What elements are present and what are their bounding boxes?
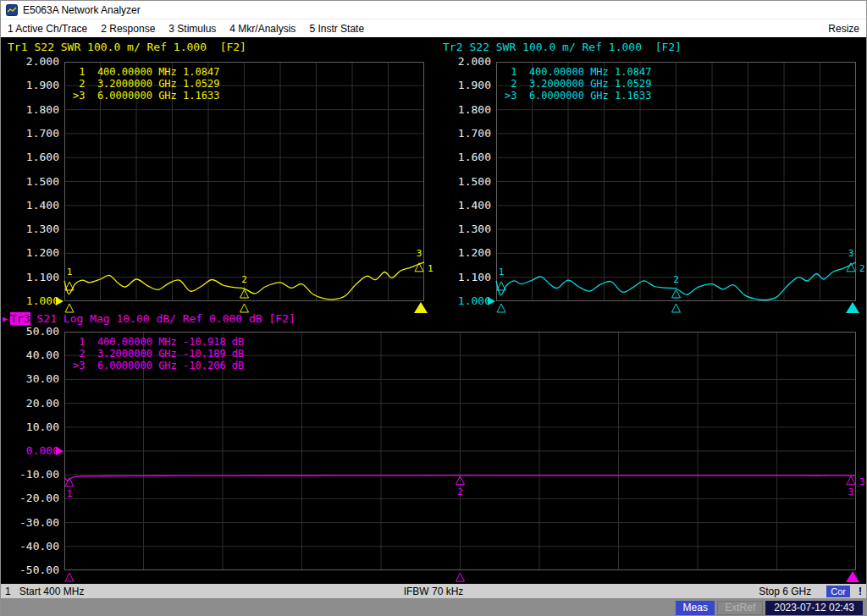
menu-bar: 1 Active Ch/Trace 2 Response 3 Stimulus … <box>1 19 866 37</box>
y-axis-label: 1.300 <box>1 223 59 236</box>
extref-status-badge: ExtRef <box>717 601 763 615</box>
marker-number: 3 <box>848 487 854 498</box>
meas-status-badge: Meas <box>676 601 715 615</box>
menu-item-stimulus[interactable]: 3 Stimulus <box>168 23 216 35</box>
marker-3[interactable]: 3 <box>415 248 423 272</box>
y-axis-label: 1.400 <box>432 199 491 212</box>
active-marker-stimulus-indicator <box>846 571 859 582</box>
marker-1[interactable]: 1 <box>65 267 74 290</box>
y-axis-label: 1.400 <box>1 199 59 212</box>
y-axis-label: 1.800 <box>1 103 59 117</box>
marker-number: 1 <box>499 267 505 278</box>
active-marker-stimulus-indicator <box>846 302 859 313</box>
marker-stimulus-indicator <box>456 573 465 581</box>
y-axis-label: 1.100 <box>432 271 491 284</box>
marker-3[interactable]: 3 <box>847 248 855 272</box>
marker-readout: 1 400.00000 MHz -10.918 dB 2 3.2000000 G… <box>73 336 244 371</box>
marker-readout: 1 400.00000 MHz 1.0847 2 3.2000000 GHz 1… <box>505 66 651 102</box>
y-axis-label: 1.600 <box>1 151 59 164</box>
trace3-name[interactable]: Tr3 <box>10 312 30 325</box>
y-axis-label: -30.00 <box>1 516 59 530</box>
marker-3[interactable]: 3 <box>847 476 855 498</box>
marker-triangle-icon <box>847 476 855 485</box>
trace2-format: S22 SWR 100.0 m/ Ref 1.000 [F2] <box>469 41 681 53</box>
reference-level-indicator <box>488 297 495 305</box>
menu-item-active-ch-trace[interactable]: 1 Active Ch/Trace <box>8 23 87 35</box>
active-trace-arrow-icon: ▶ <box>3 314 8 323</box>
marker-1[interactable]: 1 <box>65 478 74 499</box>
y-axis-label: -20.00 <box>1 492 59 505</box>
window-title: E5063A Network Analyzer <box>23 4 141 16</box>
marker-number: 3 <box>417 248 422 259</box>
active-marker-stimulus-indicator <box>414 302 428 313</box>
ifbw-value: IFBW 70 kHz <box>404 586 464 597</box>
trace2-title[interactable]: Tr2S22 SWR 100.0 m/ Ref 1.000 [F2] <box>443 41 682 53</box>
y-axis-label: 1.700 <box>432 127 491 140</box>
trace-end-number: 3 <box>859 476 865 487</box>
marker-number: 3 <box>848 248 854 259</box>
marker-number: 2 <box>241 274 247 285</box>
y-axis-label: 1.500 <box>1 175 59 189</box>
marker-number: 1 <box>67 488 73 499</box>
y-axis-label: 1.200 <box>1 246 59 260</box>
y-axis-label: 2.000 <box>432 55 491 69</box>
y-axis-label: 1.900 <box>432 79 491 92</box>
y-axis-label: -50.00 <box>1 564 59 577</box>
title-bar[interactable]: E5063A Network Analyzer <box>1 1 866 19</box>
y-axis-label: 10.00 <box>1 421 59 434</box>
y-axis-label: 1.300 <box>432 223 491 236</box>
y-axis-label: 50.00 <box>1 325 59 338</box>
channel-status-bar: 1 Start 400 MHz IFBW 70 kHz Stop 6 GHz C… <box>1 584 866 598</box>
y-axis-label: -40.00 <box>1 540 59 553</box>
reference-level-indicator <box>56 297 64 305</box>
marker-readout: 1 400.00000 MHz 1.0847 2 3.2000000 GHz 1… <box>73 66 219 102</box>
marker-1[interactable]: 1 <box>497 267 505 290</box>
instrument-screen: Tr1S22 SWR 100.0 m/ Ref 1.000 [F2] Tr2S2… <box>1 37 866 584</box>
marker-stimulus-indicator <box>65 573 74 581</box>
y-axis-label: 1.000 <box>1 294 59 308</box>
warning-indicator: ! <box>859 586 862 597</box>
instrument-status-bar: Meas ExtRef 2023-07-12 02:43 <box>1 598 866 616</box>
marker-stimulus-indicator <box>65 304 74 312</box>
y-axis-label: 30.00 <box>1 372 59 386</box>
marker-number: 2 <box>673 274 679 285</box>
y-axis-label: 1.700 <box>1 127 59 140</box>
marker-stimulus-indicator <box>672 304 681 312</box>
menu-item-mkr-analysis[interactable]: 4 Mkr/Analysis <box>229 23 295 35</box>
y-axis-label: 1.800 <box>432 103 491 117</box>
app-icon <box>6 4 18 16</box>
start-frequency: Start 400 MHz <box>19 586 85 597</box>
marker-number: 1 <box>67 267 73 278</box>
stop-frequency: Stop 6 GHz <box>759 586 811 597</box>
y-axis-label: 1.600 <box>432 151 491 164</box>
y-axis-label: 1.900 <box>1 79 59 92</box>
menu-item-response[interactable]: 2 Response <box>101 23 155 35</box>
menu-item-resize[interactable]: Resize <box>828 23 859 35</box>
channel-number: 1 <box>5 586 11 597</box>
trace2-name[interactable]: Tr2 <box>443 41 462 53</box>
marker-number: 2 <box>457 487 463 498</box>
marker-stimulus-indicator <box>497 304 505 312</box>
marker-stimulus-indicator <box>240 304 249 312</box>
y-axis-label: -10.00 <box>1 468 59 481</box>
y-axis-label: 1.500 <box>432 175 491 189</box>
y-axis-label: 1.000 <box>432 294 491 308</box>
y-axis-label: 1.100 <box>1 271 59 284</box>
y-axis-label: 0.000 <box>1 444 59 458</box>
app-window: E5063A Network Analyzer 1 Active Ch/Trac… <box>0 0 867 616</box>
datetime-display: 2023-07-12 02:43 <box>765 601 863 615</box>
trace-end-number: 2 <box>859 263 865 274</box>
trace1-name[interactable]: Tr1 <box>8 41 27 53</box>
y-axis-label: 1.200 <box>432 246 491 260</box>
correction-badge: Cor <box>826 586 850 597</box>
y-axis-label: 20.00 <box>1 397 59 410</box>
menu-item-instr-state[interactable]: 5 Instr State <box>309 23 364 35</box>
reference-level-indicator <box>56 447 64 455</box>
y-axis-label: 2.000 <box>1 55 59 69</box>
y-axis-label: 40.00 <box>1 349 59 362</box>
trace1-format: S22 SWR 100.0 m/ Ref 1.000 [F2] <box>34 41 246 53</box>
trace1-title[interactable]: Tr1S22 SWR 100.0 m/ Ref 1.000 [F2] <box>8 41 246 53</box>
